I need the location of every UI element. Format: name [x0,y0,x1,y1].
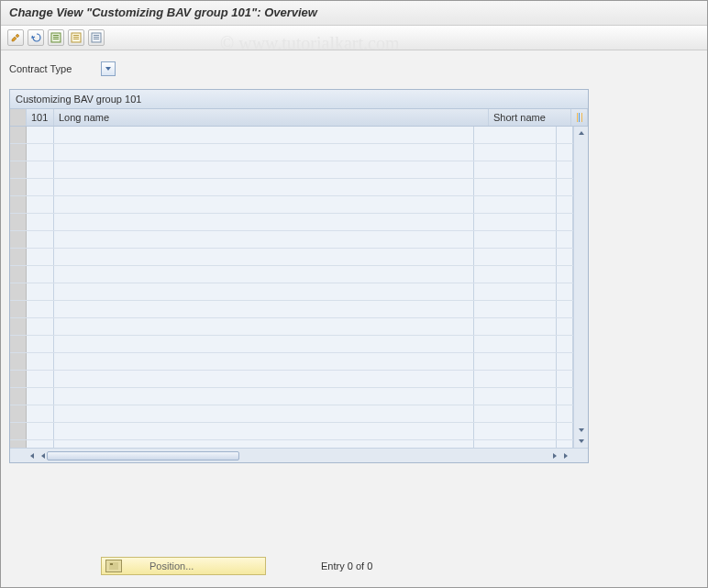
row-selector[interactable] [10,301,27,317]
deselect-all-button[interactable] [68,29,84,46]
cell-short-name[interactable] [474,144,557,161]
row-selector[interactable] [10,423,27,439]
table-row[interactable] [10,127,573,144]
cell-long-name[interactable] [54,318,474,335]
cell-short-name[interactable] [474,371,557,387]
row-selector[interactable] [10,388,27,405]
cell-long-name[interactable] [54,249,474,265]
table-row[interactable] [10,371,573,388]
cell-long-name[interactable] [54,388,474,405]
cell-short-name[interactable] [474,214,557,230]
scroll-left-icon[interactable] [38,450,49,461]
cell-101[interactable] [27,161,54,178]
cell-short-name[interactable] [474,283,557,300]
scroll-down-icon[interactable] [577,437,586,446]
cell-short-name[interactable] [474,196,557,213]
row-selector[interactable] [10,127,27,143]
cell-long-name[interactable] [54,214,474,230]
row-selector[interactable] [10,249,27,265]
cell-101[interactable] [27,231,54,248]
row-selector[interactable] [10,336,27,352]
cell-short-name[interactable] [474,318,557,335]
cell-101[interactable] [27,301,54,317]
cell-long-name[interactable] [54,283,474,300]
table-row[interactable] [10,301,573,318]
toggle-display-change-button[interactable] [7,29,24,46]
cell-101[interactable] [27,127,54,143]
cell-long-name[interactable] [54,301,474,317]
scroll-right-icon[interactable] [549,450,560,461]
cell-long-name[interactable] [54,266,474,283]
cell-long-name[interactable] [54,405,474,422]
cell-long-name[interactable] [54,196,474,213]
cell-101[interactable] [27,318,54,335]
table-row[interactable] [10,318,573,336]
row-selector[interactable] [10,283,27,300]
cell-101[interactable] [27,371,54,387]
table-row[interactable] [10,249,573,266]
table-row[interactable] [10,440,573,448]
table-row[interactable] [10,214,573,231]
cell-short-name[interactable] [474,301,557,317]
cell-short-name[interactable] [474,405,557,422]
cell-long-name[interactable] [54,440,474,448]
table-row[interactable] [10,196,573,214]
row-selector[interactable] [10,318,27,335]
table-row[interactable] [10,179,573,196]
row-selector[interactable] [10,214,27,230]
column-101[interactable]: 101 [27,109,54,126]
scroll-left-end-icon[interactable] [27,450,38,461]
cell-long-name[interactable] [54,336,474,352]
table-row[interactable] [10,283,573,301]
cell-long-name[interactable] [54,144,474,161]
vertical-scrollbar[interactable] [573,127,588,448]
row-selector[interactable] [10,371,27,387]
row-selector[interactable] [10,353,27,370]
table-row[interactable] [10,231,573,249]
cell-long-name[interactable] [54,161,474,178]
row-selector[interactable] [10,266,27,283]
table-row[interactable] [10,353,573,371]
cell-long-name[interactable] [54,127,474,143]
cell-short-name[interactable] [474,353,557,370]
row-selector[interactable] [10,231,27,248]
cell-101[interactable] [27,249,54,265]
cell-101[interactable] [27,423,54,439]
cell-101[interactable] [27,353,54,370]
cell-101[interactable] [27,214,54,230]
column-selector[interactable] [10,109,27,126]
cell-long-name[interactable] [54,179,474,195]
cell-short-name[interactable] [474,127,557,143]
cell-101[interactable] [27,283,54,300]
cell-101[interactable] [27,440,54,448]
row-selector[interactable] [10,196,27,213]
cell-long-name[interactable] [54,371,474,387]
cell-101[interactable] [27,405,54,422]
scroll-right-end-icon[interactable] [560,450,571,461]
contract-type-dropdown[interactable] [101,61,116,76]
cell-short-name[interactable] [474,266,557,283]
cell-short-name[interactable] [474,440,557,448]
column-long-name[interactable]: Long name [54,109,489,126]
cell-101[interactable] [27,336,54,352]
cell-short-name[interactable] [474,336,557,352]
scrollbar-thumb[interactable] [47,451,239,460]
table-row[interactable] [10,405,573,423]
table-row[interactable] [10,336,573,353]
horizontal-scrollbar[interactable] [10,448,588,462]
row-selector[interactable] [10,144,27,161]
cell-long-name[interactable] [54,423,474,439]
cell-101[interactable] [27,179,54,195]
undo-button[interactable] [28,29,44,46]
cell-short-name[interactable] [474,231,557,248]
cell-101[interactable] [27,266,54,283]
column-short-name[interactable]: Short name [489,109,571,126]
row-selector[interactable] [10,179,27,195]
table-row[interactable] [10,423,573,440]
cell-short-name[interactable] [474,161,557,178]
cell-short-name[interactable] [474,423,557,439]
column-configure[interactable] [571,109,588,126]
cell-short-name[interactable] [474,249,557,265]
table-row[interactable] [10,388,573,405]
cell-101[interactable] [27,388,54,405]
